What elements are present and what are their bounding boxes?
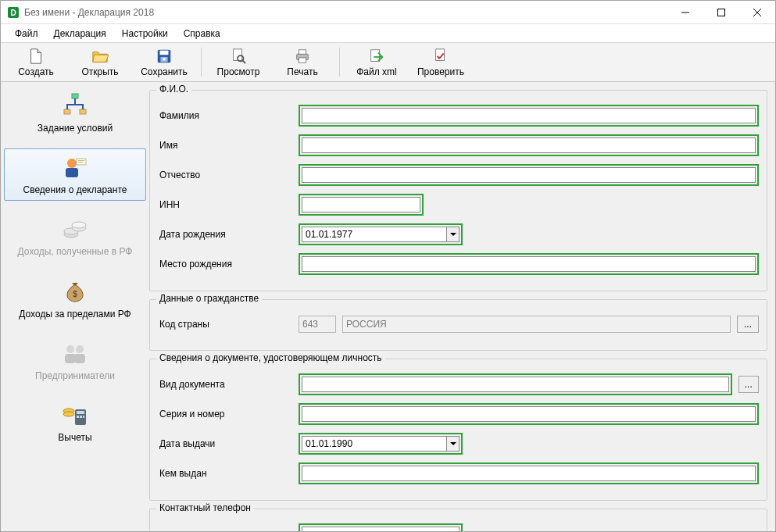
birth-date-input[interactable] — [302, 227, 446, 242]
sidebar-item-label: Вычеты — [58, 433, 91, 443]
birth-place-input[interactable] — [302, 256, 756, 272]
doc-type-input[interactable] — [302, 377, 729, 392]
svg-rect-36 — [80, 416, 82, 418]
svg-rect-34 — [77, 411, 84, 414]
birth-date-dropdown[interactable] — [446, 227, 460, 242]
file-xml-button[interactable]: Файл xml — [345, 45, 408, 80]
preview-button[interactable]: Просмотр — [207, 45, 270, 80]
person-card-icon — [61, 154, 89, 182]
svg-point-6 — [163, 57, 166, 60]
sidebar-item-declarant[interactable]: Сведения о декларанте — [4, 148, 146, 201]
label-inn: ИНН — [158, 199, 299, 210]
titlebar: D Без имени - Декларация 2018 — [1, 1, 775, 24]
svg-rect-29 — [65, 354, 76, 363]
label-birth-place: Место рождения — [158, 259, 299, 270]
label-surname: Фамилия — [158, 110, 299, 121]
svg-rect-21 — [78, 162, 83, 162]
label-issue-date: Дата выдачи — [158, 438, 299, 449]
floppy-icon — [156, 48, 173, 65]
label-issued-by: Кем выдан — [158, 468, 299, 479]
sidebar-item-entrepreneurs[interactable]: Предприниматели — [4, 334, 146, 387]
save-label: Сохранить — [141, 66, 188, 77]
new-file-icon — [27, 48, 45, 65]
folder-open-icon — [91, 48, 109, 65]
svg-rect-37 — [83, 416, 84, 418]
doc-serial-input[interactable] — [302, 406, 756, 422]
surname-input[interactable] — [302, 108, 756, 123]
sidebar-item-label: Доходы, полученные в РФ — [18, 247, 133, 257]
svg-rect-10 — [299, 49, 306, 54]
country-browse-button[interactable]: ... — [737, 316, 759, 333]
create-button[interactable]: Создать — [5, 45, 67, 80]
content-area: Ф.И.О. Фамилия Имя Отчество — [149, 82, 775, 531]
check-button[interactable]: Проверить — [409, 45, 472, 80]
svg-text:D: D — [10, 9, 16, 17]
issued-by-input[interactable] — [302, 466, 756, 481]
sidebar-item-conditions[interactable]: Задание условий — [4, 87, 146, 139]
export-xml-icon — [368, 48, 385, 65]
svg-text:$: $ — [73, 290, 77, 298]
sidebar: Задание условий Сведения о декларанте До… — [1, 82, 149, 531]
save-button[interactable]: Сохранить — [133, 45, 195, 80]
patronymic-input[interactable] — [302, 167, 756, 183]
inn-input[interactable] — [302, 197, 420, 212]
country-name-input — [342, 316, 731, 333]
minimize-button[interactable] — [667, 1, 703, 24]
svg-rect-16 — [80, 109, 86, 114]
issue-date-dropdown[interactable] — [446, 436, 460, 452]
money-bag-icon: $ — [61, 278, 89, 306]
label-doc-type: Вид документа — [158, 379, 299, 390]
menu-declaration[interactable]: Декларация — [46, 24, 114, 42]
svg-point-25 — [72, 222, 86, 228]
group-legend: Ф.И.О. — [156, 84, 191, 95]
svg-point-28 — [76, 345, 84, 353]
menu-help[interactable]: Справка — [176, 24, 228, 42]
sidebar-item-deductions[interactable]: Вычеты — [4, 396, 146, 448]
window-title: Без имени - Декларация 2018 — [24, 7, 154, 18]
svg-rect-15 — [64, 109, 70, 114]
svg-rect-11 — [299, 57, 306, 62]
open-label: Открыть — [81, 66, 118, 77]
sidebar-item-label: Предприниматели — [35, 371, 115, 381]
doc-type-browse-button[interactable]: ... — [738, 376, 759, 393]
label-doc-serial: Серия и номер — [158, 409, 299, 420]
calculator-coins-icon — [61, 402, 89, 430]
label-birth-date: Дата рождения — [158, 229, 299, 240]
group-citizenship: Данные о гражданстве Код страны ... — [149, 299, 767, 351]
file-xml-label: Файл xml — [356, 66, 397, 77]
print-button[interactable]: Печать — [271, 45, 334, 80]
maximize-button[interactable] — [703, 1, 739, 24]
app-icon: D — [7, 6, 20, 19]
menubar: Файл Декларация Настройки Справка — [1, 24, 775, 43]
country-code-input — [299, 316, 336, 333]
svg-rect-30 — [74, 354, 85, 363]
check-label: Проверить — [417, 66, 464, 77]
sidebar-item-income-rf[interactable]: Доходы, полученные в РФ — [4, 210, 146, 262]
menu-file[interactable]: Файл — [7, 24, 46, 42]
preview-label: Просмотр — [217, 66, 260, 77]
svg-rect-14 — [72, 94, 78, 98]
create-label: Создать — [18, 66, 54, 77]
people-icon — [61, 340, 89, 368]
menu-settings[interactable]: Настройки — [114, 24, 176, 42]
print-label: Печать — [287, 66, 317, 77]
sidebar-item-income-abroad[interactable]: $ Доходы за пределами РФ — [4, 273, 146, 325]
svg-rect-20 — [78, 160, 84, 161]
sidebar-item-label: Задание условий — [38, 123, 113, 134]
group-phone: Контактный телефон — [149, 509, 767, 531]
svg-rect-18 — [66, 168, 78, 177]
check-page-icon — [432, 48, 449, 65]
close-button[interactable] — [739, 1, 775, 24]
svg-point-17 — [67, 159, 77, 168]
open-button[interactable]: Открыть — [69, 45, 131, 80]
magnifier-page-icon — [230, 48, 247, 65]
name-input[interactable] — [302, 137, 756, 153]
group-legend: Сведения о документе, удостоверяющем лич… — [156, 352, 385, 363]
issue-date-input[interactable] — [302, 436, 446, 452]
phone-input[interactable] — [302, 527, 460, 531]
svg-point-27 — [66, 345, 74, 353]
printer-icon — [294, 48, 311, 65]
group-legend: Данные о гражданстве — [156, 293, 262, 304]
label-country-code: Код страны — [158, 319, 299, 330]
svg-rect-2 — [718, 9, 725, 16]
